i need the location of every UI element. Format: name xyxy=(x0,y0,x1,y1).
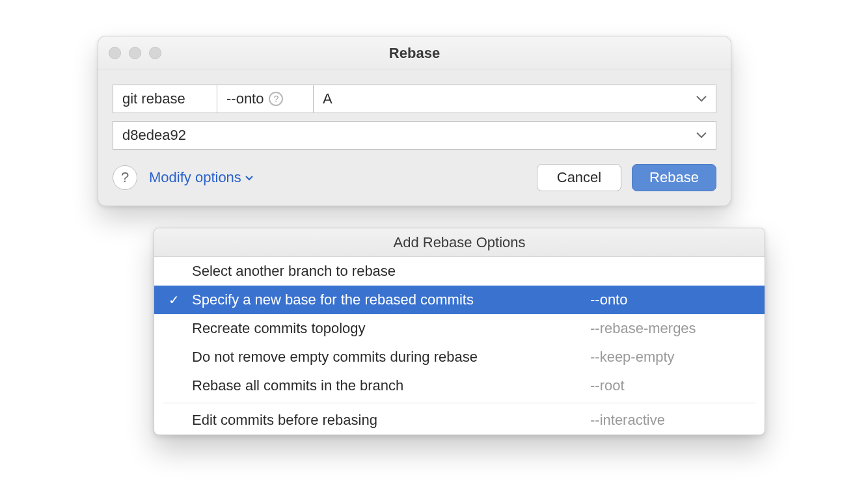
commit-select[interactable]: d8edea92 xyxy=(113,121,716,150)
modify-options-label: Modify options xyxy=(149,169,241,186)
menu-item-label: Select another branch to rebase xyxy=(192,263,590,280)
menu-item-flag: --rebase-merges xyxy=(590,320,746,337)
menu-item-label: Rebase all commits in the branch xyxy=(192,377,590,394)
menu-item-flag: --keep-empty xyxy=(590,349,746,366)
commit-row: d8edea92 xyxy=(113,121,716,150)
menu-separator xyxy=(163,403,755,403)
menu-item-rebase-merges[interactable]: Recreate commits topology --rebase-merge… xyxy=(154,314,765,343)
dialog-footer: ? Modify options Cancel Rebase xyxy=(113,164,716,191)
rebase-button[interactable]: Rebase xyxy=(632,164,716,191)
chevron-down-icon xyxy=(245,172,253,183)
menu-item-select-branch[interactable]: Select another branch to rebase xyxy=(154,257,765,286)
help-icon[interactable]: ? xyxy=(269,92,283,106)
commit-value: d8edea92 xyxy=(122,127,186,144)
cancel-button[interactable]: Cancel xyxy=(537,164,621,191)
menu-item-flag: --interactive xyxy=(590,412,746,429)
menu-item-interactive[interactable]: Edit commits before rebasing --interacti… xyxy=(154,406,765,435)
onto-cell: --onto ? xyxy=(217,85,313,113)
options-popup: Add Rebase Options Select another branch… xyxy=(154,228,765,435)
new-base-value: A xyxy=(323,90,332,107)
command-row: git rebase --onto ? A xyxy=(113,85,716,113)
menu-item-label: Edit commits before rebasing xyxy=(192,412,590,429)
dialog-body: git rebase --onto ? A d8edea92 ? xyxy=(98,70,731,206)
menu-item-flag: --onto xyxy=(590,291,746,308)
menu-item-label: Specify a new base for the rebased commi… xyxy=(192,291,590,308)
help-button[interactable]: ? xyxy=(113,165,137,190)
rebase-dialog: Rebase git rebase --onto ? A d8edea92 xyxy=(98,36,731,206)
menu-item-label: Recreate commits topology xyxy=(192,320,590,337)
dialog-title: Rebase xyxy=(98,45,731,62)
chevron-down-icon xyxy=(696,94,707,104)
git-command-label: git rebase xyxy=(113,85,217,113)
menu-item-root[interactable]: Rebase all commits in the branch --root xyxy=(154,371,765,400)
menu-item-flag: --root xyxy=(590,377,746,394)
titlebar: Rebase xyxy=(98,36,731,70)
chevron-down-icon xyxy=(696,130,707,141)
onto-label: --onto xyxy=(226,90,264,107)
menu-item-onto[interactable]: ✓ Specify a new base for the rebased com… xyxy=(154,286,765,314)
menu-item-keep-empty[interactable]: Do not remove empty commits during rebas… xyxy=(154,343,765,371)
modify-options-link[interactable]: Modify options xyxy=(149,169,253,186)
check-icon: ✓ xyxy=(169,292,180,308)
popup-header: Add Rebase Options xyxy=(154,228,765,257)
menu-item-label: Do not remove empty commits during rebas… xyxy=(192,349,590,366)
new-base-select[interactable]: A xyxy=(313,85,716,113)
